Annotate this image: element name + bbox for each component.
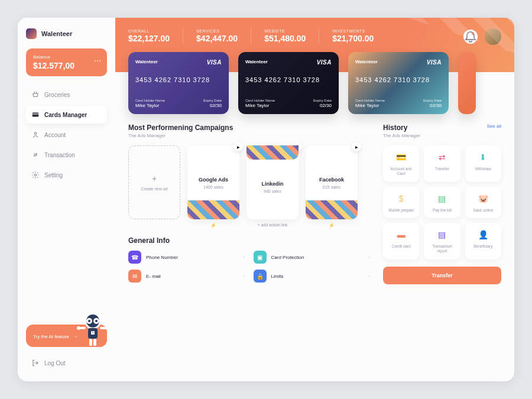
play-icon[interactable]: ▶ — [352, 142, 361, 151]
avatar[interactable] — [485, 28, 501, 45]
info-phone[interactable]: ☎ Phone Number › — [128, 251, 245, 264]
sidebar: Walenteer Balance $12.577,00 ⋯ Groceries… — [18, 18, 115, 381]
tile-label: Save online — [469, 208, 498, 213]
general-info-section: General Info ☎ Phone Number › ▣ Card Pro… — [128, 236, 370, 283]
tile-icon: $ — [395, 193, 407, 205]
nav-transaction[interactable]: Transaction — [26, 146, 107, 164]
pattern-icon — [187, 200, 239, 219]
chevron-right-icon: › — [244, 274, 245, 279]
tile-icon: 💳 — [395, 151, 407, 163]
add-action-link[interactable]: + add action link — [246, 223, 299, 227]
svg-point-3 — [34, 174, 37, 176]
create-ad-button[interactable]: + Create new ad — [128, 145, 180, 219]
svg-rect-18 — [93, 339, 96, 346]
card-network: VISA — [207, 59, 222, 66]
balance-label: Balance — [33, 54, 100, 60]
plus-icon: + — [152, 174, 157, 183]
balance-card[interactable]: Balance $12.577,00 ⋯ — [26, 48, 107, 76]
payment-card-2[interactable]: Walenteer VISA 3453 4262 7310 3728 Card … — [238, 52, 339, 114]
transfer-button[interactable]: Transfer — [383, 267, 501, 284]
card-footer: Card Holder NameMike Taylor Expiry Date0… — [245, 99, 332, 108]
logout-button[interactable]: Log Out — [26, 355, 107, 371]
nav-label: Cards Manager — [44, 112, 87, 118]
tile-icon: 🐷 — [477, 193, 489, 205]
info-card-protection[interactable]: ▣ Card Protection › — [254, 251, 371, 264]
mail-icon: ✉ — [128, 270, 141, 283]
main: OVERALL$22,127.00 SERVICES$42,447.00 WEB… — [115, 18, 514, 381]
history-tile[interactable]: ⇄Transfer — [424, 145, 460, 182]
tile-icon: ⬇ — [477, 151, 489, 163]
history-tile[interactable]: ▤Pay the bill — [424, 187, 460, 219]
history-tile[interactable]: 👤Beneficiary — [465, 223, 501, 259]
nav-setting[interactable]: Setting — [26, 166, 107, 184]
history-tile[interactable]: 🐷Save online — [465, 187, 501, 219]
col-right: History The Ads Manager See all 💳Account… — [383, 124, 501, 284]
see-all-link[interactable]: See all — [487, 124, 501, 129]
history-tiles: 💳Account and Card⇄Transfer⬇Withdraw$Mobi… — [383, 145, 501, 259]
svg-point-8 — [88, 320, 90, 322]
tile-label: Pay the bill — [427, 208, 456, 213]
bell-icon — [463, 30, 478, 44]
card-network: VISA — [317, 59, 332, 66]
stat-services: SERVICES$42,447.00 — [196, 29, 238, 43]
svg-point-16 — [105, 326, 109, 330]
nav-label: Setting — [44, 172, 63, 179]
logout-icon — [31, 359, 40, 367]
nav-label: Account — [44, 132, 66, 138]
chevron-right-icon: › — [368, 255, 370, 260]
bolt-icon: ⚡ — [187, 223, 239, 228]
history-subtitle: The Ads Manager — [383, 133, 420, 138]
nav-cards-manager[interactable]: Cards Manager — [26, 106, 107, 124]
balance-value: $12.577,00 — [33, 61, 100, 70]
campaign-facebook[interactable]: ▶ Facebook 615 sales — [306, 145, 358, 219]
shield-icon: ▣ — [254, 251, 267, 264]
payment-card-3[interactable]: Walenteer VISA 3453 4262 7310 3728 Card … — [348, 52, 449, 114]
tile-label: Transfer — [427, 167, 456, 171]
campaigns-row: + Create new ad ▶ Google Ads 1400 sales … — [128, 145, 370, 228]
stat-website: WEBSITE$51,480.00 — [264, 29, 306, 43]
tile-label: Transaction report — [427, 244, 456, 254]
nav-groceries[interactable]: Groceries — [26, 86, 107, 103]
bolt-icon: ⚡ — [306, 223, 358, 228]
campaign-name: Linkedin — [261, 181, 283, 187]
cards-row[interactable]: Walenteer VISA 3453 4262 7310 3728 Card … — [115, 52, 514, 114]
notification-bell[interactable] — [463, 30, 478, 44]
divider — [319, 28, 319, 44]
history-header: History The Ads Manager See all — [383, 124, 501, 138]
info-limits[interactable]: 🔒 Limits › — [254, 270, 371, 283]
history-tile[interactable]: 💳Account and Card — [383, 145, 419, 182]
card-number: 3453 4262 7310 3728 — [355, 76, 442, 83]
nav: Groceries Cards Manager Account Transact… — [26, 86, 107, 325]
pattern-icon — [306, 200, 358, 219]
card-icon — [31, 111, 40, 119]
play-icon[interactable]: ▶ — [233, 142, 243, 151]
balance-more-icon[interactable]: ⋯ — [94, 57, 101, 65]
info-email[interactable]: ✉ E- mail › — [128, 270, 245, 283]
create-ad-label: Create new ad — [141, 187, 168, 191]
history-tile[interactable]: ▤Transaction report — [424, 223, 460, 259]
tile-label: Credit card — [387, 244, 416, 249]
campaign-google-ads[interactable]: ▶ Google Ads 1400 sales — [187, 145, 239, 219]
general-title: General Info — [128, 236, 370, 245]
user-icon — [31, 131, 40, 139]
payment-card-1[interactable]: Walenteer VISA 3453 4262 7310 3728 Card … — [128, 52, 229, 114]
svg-rect-1 — [33, 113, 39, 114]
campaign-name: Facebook — [319, 177, 344, 183]
history-tile[interactable]: ⬇Withdraw — [465, 145, 501, 182]
app-shell: Walenteer Balance $12.577,00 ⋯ Groceries… — [18, 18, 514, 381]
nav-account[interactable]: Account — [26, 126, 107, 144]
ai-feature-card[interactable]: ? Try the AI feature → — [26, 325, 107, 347]
svg-point-2 — [34, 132, 37, 135]
svg-text:?: ? — [92, 331, 94, 335]
pattern-icon — [246, 145, 299, 160]
campaign-linkedin[interactable]: ⏸ Linkedin 980 sales — [246, 145, 299, 219]
svg-point-15 — [77, 326, 80, 330]
payment-card-4-peek[interactable] — [458, 52, 476, 114]
card-network: VISA — [427, 59, 442, 66]
svg-point-9 — [95, 320, 98, 322]
basket-icon — [31, 90, 40, 99]
svg-rect-14 — [100, 327, 106, 329]
history-tile[interactable]: ▬Credit card — [383, 223, 419, 259]
campaigns-header: Most Performening Campaigns The Ads Mana… — [128, 124, 370, 138]
history-tile[interactable]: $Mobile prepaid — [383, 187, 419, 219]
